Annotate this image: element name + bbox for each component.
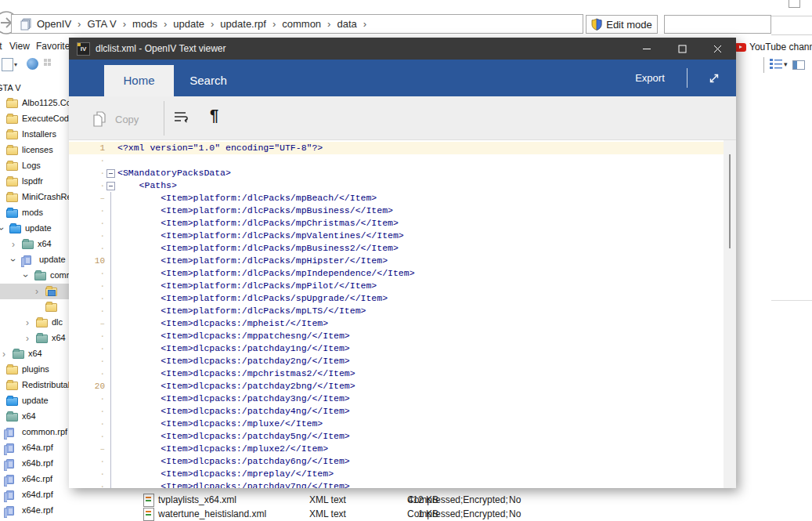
chevron-right-icon[interactable]: ›	[26, 332, 29, 345]
code-text: <Item>platform:/dlcPacks/mpPilot/</Item>	[117, 280, 724, 292]
tree-item-label: licenses	[22, 145, 53, 154]
code-editor[interactable]: 1<?xml version="1.0" encoding="UTF-8"?>·…	[69, 140, 736, 488]
panel-view-icon[interactable]	[792, 60, 805, 70]
line-number: ·	[69, 154, 105, 167]
code-text: <Item>dlcpacks:/mpluxe2/</Item>	[117, 443, 724, 455]
youtube-icon[interactable]	[734, 43, 746, 52]
mini-toolbar: ▾	[0, 55, 69, 75]
breadcrumb-item[interactable]: mods	[132, 18, 157, 30]
chevron-right-icon[interactable]: ›	[12, 238, 15, 251]
tree-item[interactable]: x64d.rpf	[0, 487, 141, 503]
file-flag: No	[509, 494, 521, 505]
edit-mode-button[interactable]: Edit mode	[586, 15, 658, 34]
rpf-archive-icon	[23, 255, 31, 265]
openiv-pages-icon	[20, 17, 34, 31]
menu-item[interactable]: Edit	[0, 41, 2, 52]
fold-scope-line	[110, 292, 111, 305]
search-icon[interactable]	[27, 58, 38, 70]
code-text: <Item>dlcpacks:/mppatchesng/</Item>	[117, 330, 724, 342]
close-button[interactable]	[706, 38, 728, 60]
tree-item[interactable]: x64e.rpf	[0, 503, 141, 519]
tree-item-label: common.rpf	[22, 427, 67, 436]
file-name: tvplaylists_x64.xml	[158, 494, 236, 505]
line-number: 1	[69, 142, 105, 154]
code-line: · <Item>platform:/dlcPacks/mpBusiness2/<…	[69, 242, 724, 255]
fold-scope-line	[110, 317, 111, 330]
expand-window-icon[interactable]	[707, 71, 721, 85]
breadcrumb-item[interactable]: update.rpf	[220, 18, 266, 30]
copy-button[interactable]: Copy	[92, 106, 155, 132]
chevron-right-icon[interactable]: ›	[2, 348, 5, 360]
code-text: <Item>dlcpacks:/patchday4ng/</Item>	[117, 405, 724, 418]
word-wrap-icon[interactable]	[174, 110, 189, 126]
new-document-icon[interactable]	[2, 58, 13, 71]
formatting-marks-icon[interactable]: ¶	[210, 107, 218, 125]
rpf-archive-icon	[6, 443, 14, 453]
fold-toggle-icon[interactable]	[106, 182, 115, 190]
code-line: 20 <Item>dlcpacks:/patchday2bng/</Item>	[69, 380, 724, 393]
breadcrumb-item[interactable]: update	[173, 18, 204, 30]
file-attributes: Compressed;Encrypted;	[407, 494, 508, 505]
fold-scope-line	[110, 455, 111, 468]
line-number: ·	[69, 217, 105, 230]
grid-tool-icon[interactable]	[44, 59, 55, 70]
window-corner-button[interactable]	[789, 0, 800, 8]
file-flag: No	[509, 508, 521, 519]
folder-icon	[6, 397, 18, 406]
code-line: ·<SMandatoryPacksData>	[69, 167, 724, 179]
view-options-caret-icon[interactable]: ▾	[784, 60, 788, 68]
breadcrumb-item[interactable]: GTA V	[87, 18, 116, 30]
menu-item[interactable]: View	[9, 41, 30, 52]
file-row[interactable]: tvplaylists_x64.xmlXML text412 KBCompres…	[141, 493, 736, 507]
breadcrumb-separator-icon: ›	[327, 18, 330, 30]
code-line: · <Item>dlcpacks:/patchday6ng/</Item>	[69, 455, 724, 468]
fold-scope-line	[110, 267, 111, 280]
address-extra-box[interactable]	[664, 15, 771, 34]
code-text: <Item>platform:/dlcPacks/mpChristmas/</I…	[117, 217, 724, 230]
tab-home[interactable]: Home	[104, 65, 174, 96]
file-row[interactable]: watertune_heistisland.xmlXML text1 KBCom…	[141, 507, 736, 521]
breadcrumb-item[interactable]: OpenIV	[37, 18, 71, 30]
chevron-down-icon[interactable]: ›	[0, 227, 8, 230]
breadcrumb-item[interactable]: data	[337, 18, 356, 30]
folder-icon	[6, 131, 18, 139]
chevron-down-icon[interactable]: ›	[7, 259, 20, 262]
code-line: 10 <Item>platform:/dlcPacks/mpHipster/</…	[69, 255, 724, 267]
code-line: · <Item>platform:/dlcPacks/mpPilot/</Ite…	[69, 280, 724, 292]
tree-item-label: x64d.rpf	[22, 490, 53, 499]
breadcrumb-item[interactable]: common	[282, 18, 321, 30]
code-line: · <Paths>	[69, 179, 724, 192]
list-view-icon[interactable]	[770, 59, 782, 71]
copy-label: Copy	[115, 114, 139, 125]
tree-item-label: dlc	[52, 317, 63, 327]
line-number: –	[69, 192, 105, 204]
tree-item-label: Installers	[22, 129, 56, 139]
code-text: <Item>dlcpacks:/patchday6ng/</Item>	[117, 455, 724, 468]
scrollbar-thumb[interactable]	[729, 154, 731, 248]
minimize-button[interactable]	[636, 38, 658, 60]
code-text: <Item>dlcpacks:/patchday7ng/</Item>	[117, 480, 724, 488]
tab-search[interactable]: Search	[174, 65, 243, 96]
tree-item-label: x64b.rpf	[22, 458, 53, 468]
chevron-down-icon[interactable]: ›	[20, 274, 32, 277]
tree-item-label: x64	[28, 349, 42, 358]
line-number: ·	[69, 430, 105, 443]
rpf-archive-icon	[6, 506, 14, 516]
text-viewer-dialog: IV dlclist.xml - OpenIV Text viewer Home…	[69, 38, 736, 488]
youtube-channel-link[interactable]: YouTube channel	[749, 42, 812, 52]
fold-toggle-icon[interactable]	[106, 169, 115, 178]
dialog-titlebar[interactable]: IV dlclist.xml - OpenIV Text viewer	[69, 38, 736, 60]
chevron-right-icon[interactable]: ›	[26, 317, 29, 329]
maximize-button[interactable]	[671, 38, 693, 60]
chevron-down-icon[interactable]: ▾	[14, 61, 17, 68]
code-text: <Item>platform:/dlcPacks/mpIndependence/…	[117, 267, 724, 280]
export-button[interactable]: Export	[626, 70, 673, 87]
code-line: ·	[69, 154, 724, 167]
code-line: 1<?xml version="1.0" encoding="UTF-8"?>	[69, 142, 724, 154]
editor-scrollbar[interactable]	[724, 140, 736, 488]
code-text: <Item>platform:/dlcPacks/mpHipster/</Ite…	[117, 255, 724, 267]
chevron-right-icon[interactable]: ›	[35, 285, 38, 298]
line-number: ·	[69, 455, 105, 468]
line-number: ·	[69, 267, 105, 280]
line-number: ·	[69, 230, 105, 242]
